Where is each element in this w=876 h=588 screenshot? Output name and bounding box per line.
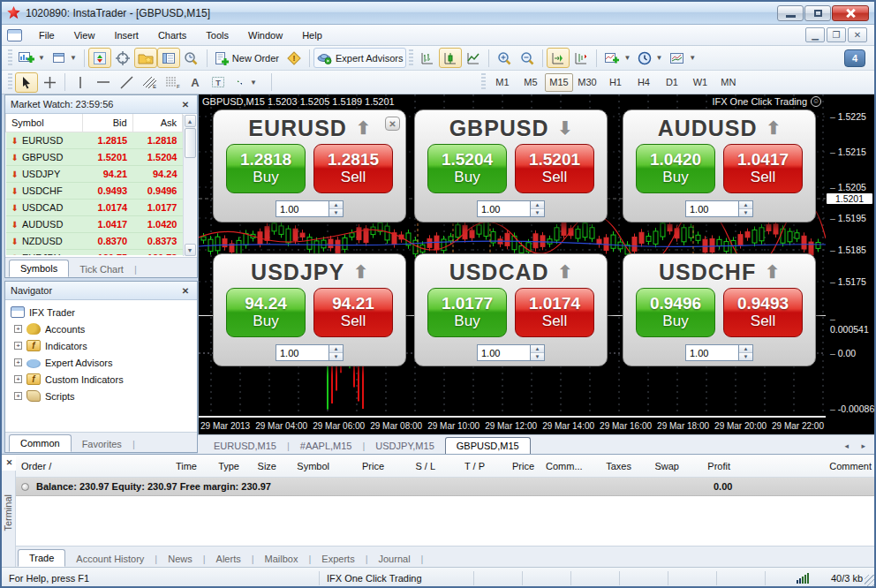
volume-input[interactable] xyxy=(685,344,738,361)
chart-tab-eurusd[interactable]: EURUSD,M15 xyxy=(203,438,287,454)
menu-charts[interactable]: Charts xyxy=(148,27,196,43)
navigator-toggle[interactable] xyxy=(134,48,157,68)
data-window-button[interactable] xyxy=(111,48,134,68)
menu-insert[interactable]: Insert xyxy=(104,27,148,43)
menu-tools[interactable]: Tools xyxy=(196,27,238,43)
sell-button[interactable]: 94.21Sell xyxy=(313,288,393,337)
mdi-close-button[interactable]: ✕ xyxy=(848,27,867,42)
tab-journal[interactable]: Journal xyxy=(368,551,421,567)
tab-experts[interactable]: Experts xyxy=(311,551,365,567)
col-sl[interactable]: S / L xyxy=(390,461,442,471)
status-mode[interactable]: IFX One Click Trading xyxy=(320,571,474,585)
timeframe-mn[interactable]: MN xyxy=(714,73,743,92)
col-comment[interactable]: Comment xyxy=(736,461,876,471)
tab-tick-chart[interactable]: Tick Chart xyxy=(69,261,134,277)
menu-view[interactable]: View xyxy=(64,27,105,43)
volume-input[interactable] xyxy=(276,344,328,361)
fibonacci-tool[interactable]: F xyxy=(161,72,184,93)
auto-scroll-button[interactable] xyxy=(547,48,570,68)
menu-file[interactable]: File xyxy=(29,27,64,43)
col-taxes[interactable]: Taxes xyxy=(588,461,638,471)
tab-alerts[interactable]: Alerts xyxy=(206,551,252,567)
toolbar-grip[interactable] xyxy=(8,73,12,91)
expand-icon[interactable]: + xyxy=(14,342,22,350)
buy-button[interactable]: 0.9496Buy xyxy=(636,288,715,337)
balance-row[interactable]: Balance: 230.97 Equity: 230.97 Free marg… xyxy=(16,478,876,496)
sell-button[interactable]: 1.5201Sell xyxy=(515,144,594,193)
buy-button[interactable]: 1.2818Buy xyxy=(226,144,306,193)
tree-item-scripts[interactable]: + Scripts xyxy=(11,388,197,404)
mdi-minimize-button[interactable]: ▁ xyxy=(805,27,825,42)
chart-tab-usdjpy[interactable]: USDJPY,M15 xyxy=(365,438,444,454)
panel-close-icon[interactable]: ✕ xyxy=(385,117,400,131)
text-label-tool[interactable]: T xyxy=(207,72,230,93)
col-price2[interactable]: Price xyxy=(491,461,540,471)
market-watch-toggle[interactable] xyxy=(88,48,111,68)
tree-item-indicators[interactable]: + Indicators xyxy=(11,337,197,354)
timeframe-d1[interactable]: D1 xyxy=(658,73,686,92)
periods-button[interactable]: ▼ xyxy=(634,48,666,68)
navigator-close-icon[interactable]: ✕ xyxy=(179,284,192,297)
sell-button[interactable]: 1.2815Sell xyxy=(313,144,393,193)
volume-input[interactable] xyxy=(477,200,530,217)
tree-item-custom-indicators[interactable]: + Custom Indicators xyxy=(11,371,197,388)
col-price1[interactable]: Price xyxy=(336,461,390,471)
timeframe-h1[interactable]: H1 xyxy=(601,73,630,92)
buy-button[interactable]: 1.5204Buy xyxy=(427,144,507,193)
tab-mailbox[interactable]: Mailbox xyxy=(254,551,309,567)
zoom-in-button[interactable] xyxy=(493,48,516,68)
connection-signal-icon[interactable] xyxy=(797,573,809,584)
table-row[interactable]: ⬇GBPUSD1.52011.5204 xyxy=(6,149,183,166)
volume-stepper[interactable]: ▲▼ xyxy=(328,200,344,217)
volume-input[interactable] xyxy=(477,344,530,361)
resize-grip[interactable] xyxy=(865,575,876,587)
table-row[interactable]: ⬇EURUSD1.28151.2818 xyxy=(6,132,183,149)
menu-help[interactable]: Help xyxy=(292,27,332,43)
expand-icon[interactable]: + xyxy=(14,375,22,383)
tree-item-expert-advisors[interactable]: + Expert Advisors xyxy=(11,354,197,371)
sell-button[interactable]: 1.0174Sell xyxy=(515,288,594,337)
table-row[interactable]: ⬇NZDUSD0.83700.8373 xyxy=(6,233,183,250)
cursor-tool[interactable] xyxy=(15,72,38,93)
expand-icon[interactable]: + xyxy=(14,392,22,400)
vertical-line-tool[interactable] xyxy=(69,72,92,93)
market-watch-scrollbar[interactable]: ▲ ▼ xyxy=(183,115,196,256)
timeframe-m1[interactable]: M1 xyxy=(488,73,517,92)
chat-badge[interactable]: 4 xyxy=(844,49,865,67)
col-commission[interactable]: Comm... xyxy=(540,461,588,471)
tab-symbols[interactable]: Symbols xyxy=(9,260,69,277)
volume-stepper[interactable]: ▲▼ xyxy=(530,200,545,217)
scrollbar-thumb[interactable] xyxy=(185,128,196,158)
table-row[interactable]: ⬇AUDUSD1.04171.0420 xyxy=(6,216,183,233)
volume-stepper[interactable]: ▲▼ xyxy=(530,344,545,361)
tab-trade[interactable]: Trade xyxy=(18,549,65,567)
expand-icon[interactable]: + xyxy=(14,325,22,333)
equidistant-channel-tool[interactable]: E xyxy=(138,72,161,93)
col-size[interactable]: Size xyxy=(245,461,283,471)
table-row[interactable]: ⬇USDCAD1.01741.0177 xyxy=(6,200,183,216)
line-chart-button[interactable] xyxy=(462,48,485,68)
time-axis[interactable]: 29 Mar 2013 29 Mar 04:00 29 Mar 06:00 29… xyxy=(199,417,826,434)
indicators-button[interactable]: ▼ xyxy=(600,48,634,68)
col-symbol[interactable]: Symbol xyxy=(6,114,83,132)
strategy-tester-button[interactable] xyxy=(180,48,203,68)
tree-item-root[interactable]: IFX Trader xyxy=(11,304,197,320)
minimize-button[interactable] xyxy=(777,5,804,21)
profiles-button[interactable]: ▼ xyxy=(49,48,80,68)
col-time[interactable]: Time xyxy=(131,461,203,471)
bar-chart-button[interactable] xyxy=(416,48,439,68)
price-scale[interactable]: 1.5225 1.5215 1.5205 1.5201 1.5195 1.518… xyxy=(825,94,876,417)
chart-area[interactable]: GBPUSD,M15 1.5203 1.5205 1.5189 1.5201 I… xyxy=(198,94,876,434)
candlestick-button[interactable] xyxy=(439,48,462,68)
terminal-close-icon[interactable]: ✕ xyxy=(4,456,15,468)
sell-button[interactable]: 1.0417Sell xyxy=(723,144,803,193)
buy-button[interactable]: 94.24Buy xyxy=(226,288,306,337)
col-tp[interactable]: T / P xyxy=(442,461,491,471)
volume-stepper[interactable]: ▲▼ xyxy=(738,344,753,361)
expert-advisors-button[interactable]: Expert Advisors xyxy=(313,48,406,68)
tab-scroll-arrows[interactable]: ◂ ▸ xyxy=(844,441,871,454)
market-watch-close-icon[interactable]: ✕ xyxy=(179,98,192,110)
timeframe-h4[interactable]: H4 xyxy=(630,73,658,92)
sell-button[interactable]: 0.9493Sell xyxy=(723,288,803,337)
timeframe-m15[interactable]: M15 xyxy=(545,73,573,92)
